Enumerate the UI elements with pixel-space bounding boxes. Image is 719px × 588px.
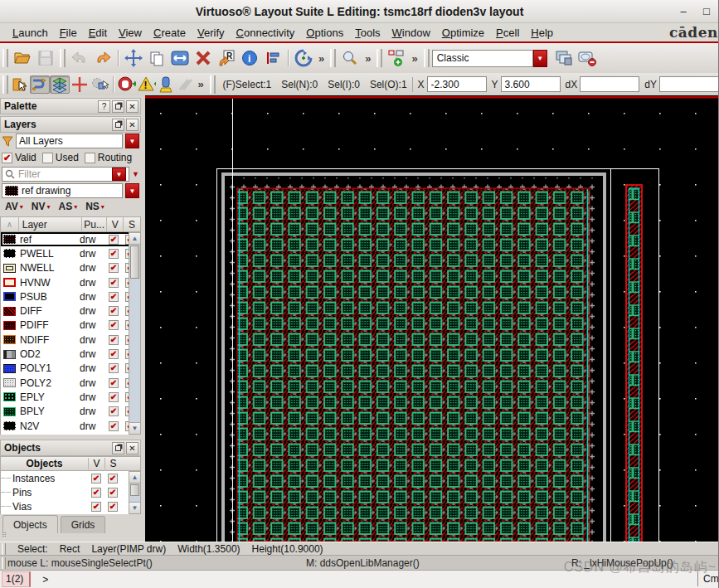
undo-button[interactable] [68, 46, 91, 70]
s-column-header[interactable]: S [104, 458, 121, 469]
copy-button[interactable] [145, 46, 168, 70]
float-button[interactable] [112, 119, 124, 131]
layer-v-checkbox[interactable]: ✔ [109, 249, 119, 259]
menu-tools[interactable]: Tools [349, 25, 386, 41]
v-column-header[interactable]: V [88, 458, 104, 469]
object-v-checkbox[interactable]: ✔ [91, 502, 101, 512]
sort-indicator[interactable]: ∧ [1, 217, 19, 231]
layer-row-bply[interactable]: BPLYdrw✔✔ [1, 405, 141, 419]
workspace-combo[interactable]: Classic ▼ [432, 50, 547, 67]
object-s-checkbox[interactable]: ✔ [108, 502, 118, 512]
layer-row-partial[interactable]: NEVdrw✔✔ [1, 433, 141, 435]
delete-workspace-button[interactable] [576, 46, 599, 70]
stop-check-button[interactable] [117, 75, 137, 94]
toolbar-grip[interactable] [2, 75, 8, 94]
layer-v-checkbox[interactable]: ✔ [109, 263, 119, 273]
layer-v-checkbox[interactable]: ✔ [109, 363, 119, 373]
scroll-down-icon[interactable]: ▼ [129, 422, 140, 434]
layer-v-checkbox[interactable]: ✔ [109, 349, 119, 359]
object-s-checkbox[interactable]: ✔ [108, 474, 118, 484]
stretch-button[interactable] [168, 46, 192, 70]
create-via-button[interactable] [385, 46, 408, 70]
layer-row-pdiff[interactable]: PDIFFdrw✔✔ [1, 318, 141, 333]
object-v-checkbox[interactable]: ✔ [91, 488, 101, 498]
maximize-button[interactable]: □ [699, 4, 714, 19]
menu-help[interactable]: Help [525, 25, 559, 41]
layout-canvas[interactable] [145, 95, 719, 542]
menu-connectivity[interactable]: Connectivity [231, 25, 301, 41]
properties-button[interactable]: R [215, 46, 238, 70]
float-button[interactable] [112, 100, 124, 113]
toolbar-grip[interactable] [2, 49, 8, 67]
toolbar-overflow[interactable]: » [408, 52, 420, 65]
menu-optimize[interactable]: Optimize [436, 25, 490, 41]
filter-extra-arrow[interactable]: ▼ [132, 170, 139, 178]
info-button[interactable]: i [238, 46, 261, 70]
menu-create[interactable]: Create [148, 25, 192, 41]
scrollbar-thumb[interactable] [130, 245, 139, 279]
layer-v-checkbox[interactable]: ✔ [109, 306, 119, 316]
toolbar-grip[interactable] [210, 75, 216, 94]
scrollbar-thumb[interactable] [130, 484, 139, 496]
zoom-button[interactable] [338, 46, 362, 70]
layer-row-ref[interactable]: refdrw✔✔ [1, 232, 141, 246]
layer-row-n2v[interactable]: N2Vdrw✔✔ [1, 419, 141, 433]
delete-button[interactable] [192, 46, 215, 70]
shape-select-button[interactable] [90, 75, 109, 94]
layer-v-checkbox[interactable]: ✔ [109, 378, 119, 388]
open-button[interactable] [11, 46, 34, 70]
dx-input[interactable] [580, 76, 639, 92]
layer-v-checkbox[interactable]: ✔ [109, 292, 119, 302]
object-row-pins[interactable]: ┄┄Pins✔✔ [1, 485, 141, 499]
redo-button[interactable] [91, 46, 114, 70]
active-layer-combo[interactable]: ref drawing [2, 183, 123, 198]
prompt-symbol[interactable]: > [42, 574, 48, 586]
menu-window[interactable]: Window [386, 25, 436, 41]
av-dropdown-arrow[interactable]: ▾ [20, 203, 23, 211]
all-layers-combo[interactable]: All Layers [16, 134, 123, 148]
object-row-instances[interactable]: ┄┄Instances✔✔ [1, 471, 141, 485]
layer-row-ndiff[interactable]: NDIFFdrw✔✔ [1, 333, 141, 347]
as-label[interactable]: AS [58, 201, 72, 212]
toolbar-grip[interactable] [377, 49, 382, 67]
layer-row-od2[interactable]: OD2drw✔✔ [1, 347, 141, 361]
nv-label[interactable]: NV [32, 201, 46, 212]
close-layers-button[interactable]: ✕ [126, 119, 138, 131]
lamp-button[interactable] [157, 75, 176, 94]
objects-column-header[interactable]: Objects [1, 458, 88, 469]
layer-v-checkbox[interactable]: ✔ [109, 235, 119, 245]
s-column-header[interactable]: S [124, 217, 140, 231]
scroll-down-icon[interactable]: ▼ [129, 502, 140, 513]
layer-v-checkbox[interactable]: ✔ [109, 421, 119, 431]
align-button[interactable] [261, 46, 284, 70]
layer-row-nwell[interactable]: NWELLdrw✔✔ [1, 261, 141, 275]
minimize-button[interactable]: – [676, 4, 691, 19]
object-v-checkbox[interactable]: ✔ [91, 474, 101, 484]
layer-row-hvnw[interactable]: HVNWdrw✔✔ [1, 275, 141, 289]
layers-mode-button[interactable] [50, 75, 70, 94]
filter-input[interactable]: Filter [18, 168, 41, 180]
tab-grids[interactable]: Grids [61, 516, 106, 533]
menu-file[interactable]: File [54, 25, 83, 41]
layers-scrollbar[interactable]: ▲ ▼ [129, 232, 141, 435]
layer-column-header[interactable]: Layer [19, 217, 82, 231]
layer-row-pwell[interactable]: PWELLdrw✔✔ [1, 246, 141, 260]
help-button[interactable]: ? [98, 100, 110, 113]
toolbar-overflow[interactable]: » [362, 52, 374, 65]
move-button[interactable] [122, 46, 145, 70]
refresh-button[interactable] [292, 46, 315, 70]
close-palette-button[interactable]: ✕ [126, 100, 138, 113]
dy-input[interactable] [659, 76, 719, 92]
tab-objects[interactable]: Objects [2, 515, 58, 533]
toolbar-grip[interactable] [330, 49, 336, 67]
object-row-vias[interactable]: ┄┄Vias✔✔ [1, 499, 141, 513]
menu-pcell[interactable]: Pcell [490, 25, 525, 41]
toolbar-grip[interactable] [60, 49, 66, 67]
x-coordinate-input[interactable] [427, 76, 487, 92]
layer-row-psub[interactable]: PSUBdrw✔✔ [1, 289, 141, 304]
layer-v-checkbox[interactable]: ✔ [109, 335, 119, 345]
layer-v-checkbox[interactable]: ✔ [109, 278, 119, 288]
close-objects-button[interactable]: ✕ [126, 442, 138, 454]
nv-dropdown-arrow[interactable]: ▾ [46, 203, 50, 211]
v-column-header[interactable]: V [107, 217, 124, 231]
